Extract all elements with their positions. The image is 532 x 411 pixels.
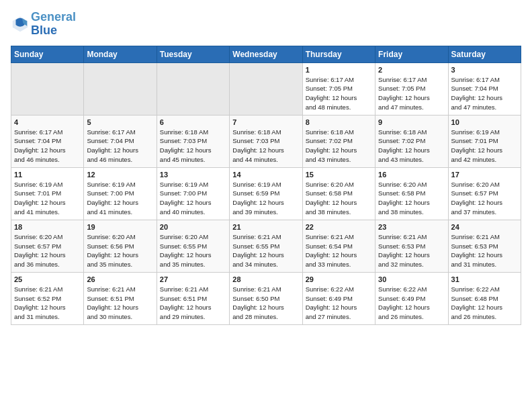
day-info: Sunrise: 6:21 AM Sunset: 6:51 PM Dayligh…	[87, 285, 153, 322]
day-info: Sunrise: 6:19 AM Sunset: 7:01 PM Dayligh…	[451, 128, 518, 165]
day-info: Sunrise: 6:17 AM Sunset: 7:05 PM Dayligh…	[378, 75, 445, 112]
day-number: 16	[378, 171, 445, 179]
calendar-cell: 24Sunrise: 6:21 AM Sunset: 6:53 PM Dayli…	[448, 220, 521, 272]
calendar-cell: 6Sunrise: 6:18 AM Sunset: 7:03 PM Daylig…	[157, 115, 229, 167]
day-number: 30	[378, 275, 445, 283]
day-number: 15	[306, 171, 372, 179]
calendar-cell: 22Sunrise: 6:21 AM Sunset: 6:54 PM Dayli…	[302, 220, 375, 272]
day-number: 18	[14, 223, 81, 231]
calendar-cell: 12Sunrise: 6:19 AM Sunset: 7:00 PM Dayli…	[84, 167, 157, 220]
calendar-week-4: 18Sunrise: 6:20 AM Sunset: 6:57 PM Dayli…	[11, 220, 521, 272]
day-number: 11	[14, 171, 81, 179]
calendar-cell: 14Sunrise: 6:19 AM Sunset: 6:59 PM Dayli…	[230, 167, 302, 220]
day-number: 13	[160, 171, 226, 179]
calendar-cell: 20Sunrise: 6:20 AM Sunset: 6:55 PM Dayli…	[157, 220, 229, 272]
calendar-cell: 25Sunrise: 6:21 AM Sunset: 6:52 PM Dayli…	[11, 272, 84, 324]
day-number: 25	[14, 275, 81, 283]
day-number: 17	[451, 171, 518, 179]
day-number: 19	[87, 223, 153, 231]
calendar-week-5: 25Sunrise: 6:21 AM Sunset: 6:52 PM Dayli…	[11, 272, 521, 324]
day-info: Sunrise: 6:20 AM Sunset: 6:56 PM Dayligh…	[87, 232, 153, 269]
calendar-cell: 27Sunrise: 6:21 AM Sunset: 6:51 PM Dayli…	[157, 272, 229, 324]
day-number: 14	[232, 171, 299, 179]
calendar-cell: 30Sunrise: 6:22 AM Sunset: 6:49 PM Dayli…	[375, 272, 448, 324]
day-info: Sunrise: 6:21 AM Sunset: 6:51 PM Dayligh…	[160, 285, 226, 322]
day-info: Sunrise: 6:19 AM Sunset: 7:00 PM Dayligh…	[160, 180, 226, 217]
day-info: Sunrise: 6:20 AM Sunset: 6:57 PM Dayligh…	[14, 232, 81, 269]
day-number: 12	[87, 171, 153, 179]
day-info: Sunrise: 6:21 AM Sunset: 6:55 PM Dayligh…	[232, 232, 299, 269]
weekday-monday: Monday	[84, 46, 157, 62]
calendar-cell: 8Sunrise: 6:18 AM Sunset: 7:02 PM Daylig…	[302, 115, 375, 167]
day-info: Sunrise: 6:20 AM Sunset: 6:58 PM Dayligh…	[306, 180, 372, 217]
calendar-cell: 16Sunrise: 6:20 AM Sunset: 6:58 PM Dayli…	[375, 167, 448, 220]
calendar-cell: 3Sunrise: 6:17 AM Sunset: 7:04 PM Daylig…	[448, 62, 521, 115]
calendar-cell: 9Sunrise: 6:18 AM Sunset: 7:02 PM Daylig…	[375, 115, 448, 167]
calendar-week-3: 11Sunrise: 6:19 AM Sunset: 7:01 PM Dayli…	[11, 167, 521, 220]
day-info: Sunrise: 6:17 AM Sunset: 7:05 PM Dayligh…	[306, 75, 372, 112]
day-number: 8	[306, 118, 372, 126]
day-number: 22	[306, 223, 372, 231]
day-info: Sunrise: 6:19 AM Sunset: 7:00 PM Dayligh…	[87, 180, 153, 217]
calendar-cell: 10Sunrise: 6:19 AM Sunset: 7:01 PM Dayli…	[448, 115, 521, 167]
weekday-header-row: SundayMondayTuesdayWednesdayThursdayFrid…	[11, 46, 521, 62]
calendar-cell	[230, 62, 302, 115]
calendar-cell: 1Sunrise: 6:17 AM Sunset: 7:05 PM Daylig…	[302, 62, 375, 115]
calendar-cell: 31Sunrise: 6:22 AM Sunset: 6:48 PM Dayli…	[448, 272, 521, 324]
calendar-table: SundayMondayTuesdayWednesdayThursdayFrid…	[11, 46, 521, 325]
day-number: 5	[87, 118, 153, 126]
calendar-cell: 19Sunrise: 6:20 AM Sunset: 6:56 PM Dayli…	[84, 220, 157, 272]
calendar-cell: 13Sunrise: 6:19 AM Sunset: 7:00 PM Dayli…	[157, 167, 229, 220]
day-info: Sunrise: 6:18 AM Sunset: 7:03 PM Dayligh…	[160, 128, 226, 165]
calendar-cell: 2Sunrise: 6:17 AM Sunset: 7:05 PM Daylig…	[375, 62, 448, 115]
day-number: 1	[306, 66, 372, 74]
day-info: Sunrise: 6:17 AM Sunset: 7:04 PM Dayligh…	[451, 75, 518, 112]
calendar-cell: 4Sunrise: 6:17 AM Sunset: 7:04 PM Daylig…	[11, 115, 84, 167]
header: GeneralBlue	[11, 11, 521, 38]
calendar-week-1: 1Sunrise: 6:17 AM Sunset: 7:05 PM Daylig…	[11, 62, 521, 115]
day-info: Sunrise: 6:20 AM Sunset: 6:55 PM Dayligh…	[160, 232, 226, 269]
calendar-cell	[157, 62, 229, 115]
day-number: 7	[232, 118, 299, 126]
calendar-cell	[84, 62, 157, 115]
day-info: Sunrise: 6:17 AM Sunset: 7:04 PM Dayligh…	[87, 128, 153, 165]
day-number: 24	[451, 223, 518, 231]
logo-icon	[11, 15, 30, 34]
day-number: 26	[87, 275, 153, 283]
day-info: Sunrise: 6:21 AM Sunset: 6:52 PM Dayligh…	[14, 285, 81, 322]
day-number: 2	[378, 66, 445, 74]
day-info: Sunrise: 6:17 AM Sunset: 7:04 PM Dayligh…	[14, 128, 81, 165]
calendar-cell: 23Sunrise: 6:21 AM Sunset: 6:53 PM Dayli…	[375, 220, 448, 272]
day-number: 21	[232, 223, 299, 231]
day-number: 10	[451, 118, 518, 126]
calendar-cell: 7Sunrise: 6:18 AM Sunset: 7:03 PM Daylig…	[230, 115, 302, 167]
weekday-sunday: Sunday	[11, 46, 84, 62]
day-number: 27	[160, 275, 226, 283]
calendar-cell: 26Sunrise: 6:21 AM Sunset: 6:51 PM Dayli…	[84, 272, 157, 324]
day-number: 4	[14, 118, 81, 126]
logo-text: GeneralBlue	[31, 11, 76, 38]
calendar-cell: 18Sunrise: 6:20 AM Sunset: 6:57 PM Dayli…	[11, 220, 84, 272]
day-number: 6	[160, 118, 226, 126]
day-info: Sunrise: 6:22 AM Sunset: 6:49 PM Dayligh…	[306, 285, 372, 322]
calendar-cell: 5Sunrise: 6:17 AM Sunset: 7:04 PM Daylig…	[84, 115, 157, 167]
calendar-cell: 28Sunrise: 6:21 AM Sunset: 6:50 PM Dayli…	[230, 272, 302, 324]
day-info: Sunrise: 6:21 AM Sunset: 6:53 PM Dayligh…	[378, 232, 445, 269]
day-info: Sunrise: 6:22 AM Sunset: 6:48 PM Dayligh…	[451, 285, 518, 322]
calendar-cell: 17Sunrise: 6:20 AM Sunset: 6:57 PM Dayli…	[448, 167, 521, 220]
logo: GeneralBlue	[11, 11, 76, 38]
day-number: 31	[451, 275, 518, 283]
day-number: 28	[232, 275, 299, 283]
day-info: Sunrise: 6:18 AM Sunset: 7:02 PM Dayligh…	[378, 128, 445, 165]
weekday-saturday: Saturday	[448, 46, 521, 62]
day-info: Sunrise: 6:22 AM Sunset: 6:49 PM Dayligh…	[378, 285, 445, 322]
day-info: Sunrise: 6:21 AM Sunset: 6:53 PM Dayligh…	[451, 232, 518, 269]
day-info: Sunrise: 6:20 AM Sunset: 6:57 PM Dayligh…	[451, 180, 518, 217]
day-number: 9	[378, 118, 445, 126]
day-info: Sunrise: 6:21 AM Sunset: 6:50 PM Dayligh…	[232, 285, 299, 322]
day-number: 20	[160, 223, 226, 231]
calendar-cell: 29Sunrise: 6:22 AM Sunset: 6:49 PM Dayli…	[302, 272, 375, 324]
calendar-cell	[11, 62, 84, 115]
calendar-cell: 15Sunrise: 6:20 AM Sunset: 6:58 PM Dayli…	[302, 167, 375, 220]
day-number: 29	[306, 275, 372, 283]
